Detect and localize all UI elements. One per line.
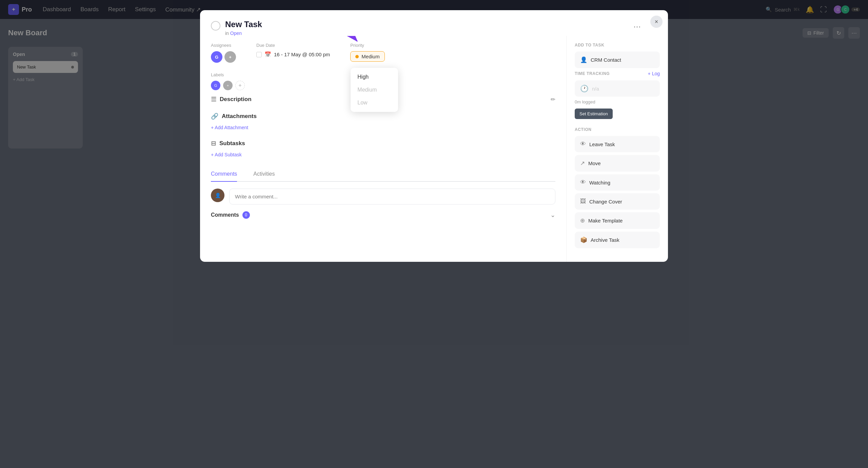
subtasks-title: ⊟ Subtasks: [211, 140, 555, 147]
modal-sidebar: ADD TO TASK 👤 CRM Contact TIME TRACKING …: [566, 36, 668, 262]
attachments-section: 🔗 Attachments + Add Attachment: [211, 113, 555, 130]
tab-activities[interactable]: Activities: [253, 167, 275, 182]
add-attachment-label: + Add Attachment: [211, 125, 248, 130]
label-avatar-1: G: [211, 81, 220, 90]
leave-icon: 👁: [580, 141, 586, 148]
make-template-button[interactable]: ⊕ Make Template: [575, 212, 660, 229]
logged-text: 0m logged: [575, 99, 660, 104]
make-template-label: Make Template: [588, 218, 623, 223]
comment-tabs: Comments Activities: [211, 167, 555, 182]
due-date-field: Due Date 📅 16 - 17 May @ 05:00 pm: [256, 43, 330, 58]
calendar-icon: 📅: [264, 51, 271, 58]
description-edit-button[interactable]: ✏: [551, 96, 555, 103]
priority-badge[interactable]: Medium High Medium Low: [350, 51, 384, 62]
due-date-text: 16 - 17 May @ 05:00 pm: [274, 52, 330, 57]
task-status-line: in Open: [225, 31, 627, 36]
description-label: Description: [220, 96, 252, 103]
leave-label: Leave Task: [589, 141, 615, 147]
time-na: n/a: [592, 86, 599, 92]
add-subtask-link[interactable]: + Add Subtask: [211, 152, 555, 157]
log-label: + Log: [648, 71, 660, 76]
attachment-icon: 🔗: [211, 113, 218, 120]
crm-label: CRM Contact: [591, 57, 621, 63]
modal-title-area: New Task in Open: [225, 20, 627, 36]
archive-label: Archive Task: [591, 237, 619, 243]
comments-collapse-button[interactable]: ⌄: [550, 211, 555, 219]
time-info: 🕐 n/a: [575, 80, 660, 97]
due-checkbox[interactable]: [256, 52, 262, 57]
description-icon: ☰: [211, 96, 216, 103]
modal-overlay[interactable]: × New Task in Open ⋯ Assignees: [0, 0, 868, 468]
crm-icon: 👤: [580, 56, 587, 63]
assignee-avatar-1[interactable]: G: [211, 51, 222, 63]
task-status-circle[interactable]: [211, 21, 220, 31]
template-icon: ⊕: [580, 217, 585, 224]
priority-dot: [355, 55, 359, 58]
add-subtask-label: + Add Subtask: [211, 152, 242, 157]
change-cover-button[interactable]: 🖼 Change Cover: [575, 193, 660, 210]
attachments-title: 🔗 Attachments: [211, 113, 555, 120]
modal-close-button[interactable]: ×: [650, 16, 663, 28]
comments-count-section: Comments 0 ⌄: [211, 211, 555, 219]
attachments-label: Attachments: [222, 113, 257, 120]
in-label: in: [225, 31, 229, 36]
time-tracking-label: TIME TRACKING: [575, 71, 610, 76]
assignees-label: Assignees: [211, 43, 236, 48]
due-date-label: Due Date: [256, 43, 330, 48]
add-to-task-label: ADD TO TASK: [575, 43, 660, 47]
task-modal: × New Task in Open ⋯ Assignees: [200, 10, 668, 262]
archive-icon: 📦: [580, 236, 587, 243]
cover-icon: 🖼: [580, 198, 586, 205]
set-estimation-button[interactable]: Set Estimation: [575, 109, 613, 119]
fields-row: Assignees G + Due Date 📅 16 - 17 May @ 0…: [211, 43, 555, 63]
comments-title: Comments: [211, 212, 239, 218]
task-title: New Task: [225, 20, 627, 29]
log-time-button[interactable]: + Log: [648, 71, 660, 76]
priority-option-high[interactable]: High: [351, 71, 398, 83]
move-label: Move: [588, 160, 601, 166]
modal-body: Assignees G + Due Date 📅 16 - 17 May @ 0…: [200, 36, 668, 262]
commenter-avatar: 👤: [211, 189, 224, 202]
clock-icon: 🕐: [580, 84, 589, 93]
priority-option-low[interactable]: Low: [351, 96, 398, 109]
leave-task-button[interactable]: 👁 Leave Task: [575, 136, 660, 152]
assignees-field: Assignees G +: [211, 43, 236, 63]
modal-more-button[interactable]: ⋯: [632, 21, 642, 33]
assignee-list: G +: [211, 51, 236, 63]
action-section: ACTION 👁 Leave Task ↗ Move 👁 Watching: [575, 127, 660, 248]
tab-comments[interactable]: Comments: [211, 167, 237, 182]
due-date-value[interactable]: 📅 16 - 17 May @ 05:00 pm: [256, 51, 330, 58]
archive-task-button[interactable]: 📦 Archive Task: [575, 232, 660, 248]
watching-icon: 👁: [580, 179, 586, 186]
subtasks-label: Subtasks: [219, 140, 245, 147]
comments-count-badge: 0: [242, 211, 250, 219]
time-tracking-header: TIME TRACKING + Log: [575, 71, 660, 76]
priority-dropdown: High Medium Low: [351, 68, 398, 112]
priority-field: Priority Medium High Medium Low: [350, 43, 384, 62]
crm-contact-card[interactable]: 👤 CRM Contact: [575, 52, 660, 68]
modal-main: Assignees G + Due Date 📅 16 - 17 May @ 0…: [200, 36, 566, 262]
add-label-button[interactable]: +: [235, 81, 245, 90]
move-button[interactable]: ↗ Move: [575, 155, 660, 172]
logged-value: 0m logged: [575, 99, 595, 104]
priority-label: Priority: [350, 43, 384, 48]
priority-value: Medium: [361, 54, 379, 59]
assignee-avatar-2[interactable]: +: [224, 51, 236, 63]
label-avatar-2: +: [223, 81, 233, 90]
comment-area: 👤: [211, 189, 555, 204]
comment-input[interactable]: [229, 189, 555, 204]
action-label: ACTION: [575, 127, 660, 132]
move-icon: ↗: [580, 160, 585, 167]
change-cover-label: Change Cover: [589, 199, 622, 204]
modal-header: New Task in Open ⋯: [200, 10, 668, 36]
priority-option-medium[interactable]: Medium: [351, 83, 398, 96]
watching-button[interactable]: 👁 Watching: [575, 174, 660, 191]
watching-label: Watching: [589, 180, 610, 186]
subtask-icon: ⊟: [211, 140, 216, 147]
add-attachment-link[interactable]: + Add Attachment: [211, 125, 555, 130]
status-link[interactable]: Open: [230, 31, 242, 36]
subtasks-section: ⊟ Subtasks + Add Subtask: [211, 140, 555, 157]
